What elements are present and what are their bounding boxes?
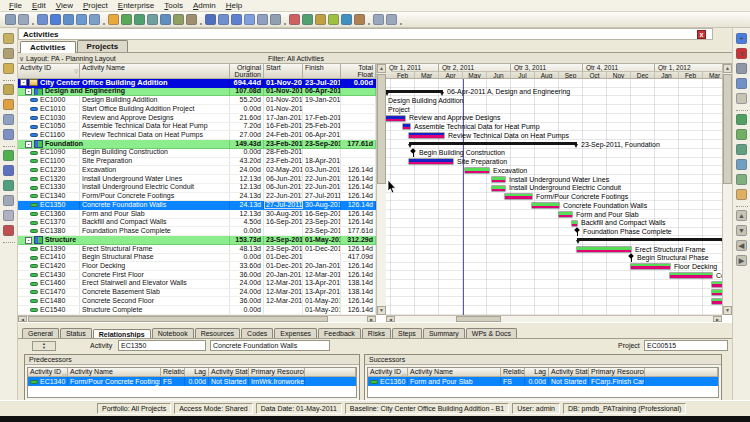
table-row[interactable]: EC1340Form/Pour Concrete Footings24.13d2… — [18, 193, 376, 202]
start-cell[interactable]: 01-Nov-2010 A — [264, 79, 303, 87]
original-duration-cell[interactable]: 0.00d — [230, 306, 264, 314]
table-row[interactable]: EC1000Design Building Addition55.20d01-N… — [18, 96, 376, 105]
relation-cell[interactable]: Form/Pour Concrete Footings — [68, 377, 161, 386]
print-icon[interactable] — [5, 14, 16, 25]
relation-column-activity-id[interactable]: Activity ID▽ — [28, 368, 68, 377]
total-float-cell[interactable]: 126.14d — [341, 297, 376, 305]
details-tab-codes[interactable]: Codes — [241, 328, 273, 338]
resource-usage-icon[interactable] — [76, 14, 87, 25]
table-row[interactable]: EC1460Erect Stairwell and Elevator Walls… — [18, 280, 376, 289]
original-duration-cell[interactable]: 24.00d — [230, 280, 264, 288]
activity-bar[interactable] — [505, 194, 532, 199]
timescale-quarter[interactable]: Qtr 1, 2011 — [386, 64, 439, 71]
progress-line-icon[interactable] — [270, 14, 281, 25]
finish-cell[interactable]: 22-Jun-2011 — [303, 175, 341, 183]
total-float-cell[interactable]: 312.29d — [341, 236, 376, 244]
zoom-in-icon[interactable] — [373, 14, 384, 25]
timescale-month[interactable]: Jun — [487, 71, 511, 79]
assignments-nav-icon[interactable] — [3, 84, 14, 95]
timescale-month[interactable]: Oct — [583, 71, 607, 79]
finish-cell[interactable]: 18-Apr-2011 A — [303, 158, 341, 166]
start-cell[interactable]: 06-Jun-2011 — [264, 175, 303, 183]
activity-name-cell[interactable]: Begin Building Construction — [80, 149, 230, 157]
start-cell[interactable]: 20-Jan-2012 — [264, 271, 303, 279]
print-preview-icon[interactable] — [18, 14, 29, 25]
projects-nav-icon[interactable] — [3, 33, 14, 44]
total-float-cell[interactable]: 138.14d — [341, 280, 376, 288]
collapse-icon[interactable]: - — [25, 88, 32, 95]
collapse-icon[interactable]: - — [25, 237, 32, 244]
tab-activities[interactable]: Activities — [20, 41, 76, 53]
gantt-chart[interactable]: 06-Apr-2011 A, Design and EngineeringDes… — [386, 79, 722, 315]
risks-nav-icon[interactable] — [3, 210, 14, 221]
timescale-month[interactable]: Feb — [679, 71, 703, 79]
timescale-month[interactable]: Nov — [607, 71, 631, 79]
relation-column-primary-resource[interactable]: Primary Resource — [589, 368, 645, 377]
timescale-quarter[interactable]: Qtr 3, 2011 — [511, 64, 583, 71]
total-float-cell[interactable]: 177.61d — [341, 140, 376, 148]
milestone-marker[interactable] — [631, 255, 632, 262]
finish-cell[interactable]: 23-Jul-2013 — [303, 79, 341, 87]
original-duration-cell[interactable]: 12.13d — [230, 210, 264, 218]
table-row[interactable]: EC1540Structure Complete0.00d01-May-2012… — [18, 306, 376, 315]
relation-cell[interactable]: 0.00d — [185, 377, 209, 386]
finish-cell[interactable]: 06-Apr-2011 A — [303, 131, 341, 139]
activity-id-cell[interactable]: EC1360 — [18, 210, 80, 218]
original-duration-cell[interactable]: 36.00d — [230, 297, 264, 305]
start-cell[interactable]: 24-Feb-2011 A — [264, 131, 303, 139]
issues-nav-icon[interactable] — [3, 180, 14, 191]
add-icon[interactable]: + — [736, 33, 747, 44]
project-id-field[interactable]: EC00515 — [644, 340, 728, 351]
finish-cell[interactable]: 23-Sep-2011 — [303, 227, 341, 235]
group-sort-icon[interactable] — [205, 14, 216, 25]
start-cell[interactable]: 16-Sep-2011 — [264, 219, 303, 227]
table-row[interactable]: EC1160Review Technical Data on Heat Pump… — [18, 131, 376, 140]
cut-icon[interactable] — [736, 63, 747, 74]
menu-item-admin[interactable]: Admin — [188, 1, 221, 10]
activity-bar[interactable] — [712, 290, 722, 295]
relation-row[interactable]: EC1360Form and Pour SlabFS0.00dNot Start… — [368, 377, 718, 386]
relation-cell[interactable]: Not Started — [209, 377, 249, 386]
details-tab-status[interactable]: Status — [60, 328, 92, 338]
start-cell[interactable]: 01-Dec-2011 — [264, 254, 303, 262]
activity-bar[interactable] — [670, 273, 712, 278]
tracking-view-icon[interactable] — [160, 14, 171, 25]
section-name-cell[interactable]: -Design and Engineering — [18, 88, 230, 96]
total-float-cell[interactable]: 126.14d — [341, 306, 376, 314]
total-float-cell[interactable]: 126.14d — [341, 201, 376, 209]
activity-bar[interactable] — [386, 116, 405, 121]
table-horizontal-scrollbar[interactable]: ◀▶ — [18, 315, 376, 322]
start-cell[interactable]: 28-Feb-2011 A — [264, 149, 303, 157]
relation-cell[interactable]: 0.00d — [525, 377, 549, 386]
resources-nav-icon[interactable] — [3, 99, 14, 110]
start-cell[interactable]: 01-Nov-2010 A — [264, 96, 303, 104]
shift-left-icon[interactable]: ◀ — [736, 240, 747, 251]
details-tab-expenses[interactable]: Expenses — [274, 328, 317, 338]
relation-cell[interactable]: FCarp.Finish Carpenter — [589, 377, 645, 386]
finish-cell[interactable]: 13-Apr-2012 — [303, 289, 341, 297]
finish-cell[interactable]: 17-Feb-2011 A — [303, 114, 341, 122]
activity-name-cell[interactable]: Erect Structural Frame — [80, 245, 230, 253]
table-row[interactable]: EC1470Concrete Basement Slab24.00d12-Mar… — [18, 289, 376, 298]
finish-cell[interactable]: 23-Sep-2011 — [303, 219, 341, 227]
total-float-cell[interactable]: 138.14d — [341, 289, 376, 297]
timescale-month[interactable]: Apr — [439, 71, 463, 79]
original-duration-cell[interactable]: 24.00d — [230, 289, 264, 297]
timescale-quarter[interactable]: Qtr 1, 2012 — [655, 64, 722, 71]
activity-bar[interactable] — [712, 282, 722, 287]
relation-column-activity-id[interactable]: Activity ID▽ — [368, 368, 408, 377]
total-float-cell[interactable] — [341, 114, 376, 122]
summary-bar[interactable] — [386, 90, 443, 93]
link-activities-icon[interactable] — [341, 14, 352, 25]
activity-name-cell[interactable]: Concrete First Floor — [80, 271, 230, 279]
total-float-cell[interactable]: 126.14d — [341, 193, 376, 201]
resources-view-icon[interactable] — [134, 14, 145, 25]
finish-cell[interactable]: 03-Jun-2011 — [303, 166, 341, 174]
original-duration-cell[interactable]: 24.13d — [230, 193, 264, 201]
finish-cell[interactable]: 01-May-2012 — [303, 236, 341, 244]
start-cell[interactable] — [264, 306, 303, 314]
relation-cell[interactable]: FS — [501, 377, 525, 386]
activity-id-cell[interactable]: EC1100 — [18, 158, 80, 166]
start-cell[interactable]: 01-Dec-2011 — [264, 262, 303, 270]
start-cell[interactable]: 06-Jun-2011 — [264, 184, 303, 192]
